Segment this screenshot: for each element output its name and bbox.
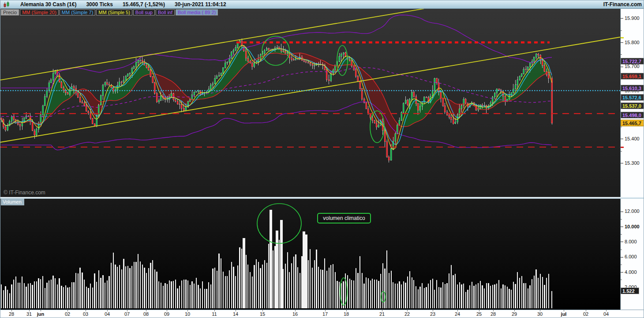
price-axis[interactable]: 15.90015.80015.70015.60015.50015.40015.3…: [620, 9, 644, 310]
volume-axis-minor-tick: [621, 234, 622, 235]
volume-axis-tick: [621, 257, 623, 257]
candle-wicks: [1, 38, 552, 163]
date-axis-label: 08: [143, 311, 149, 317]
volume-axis-minor-tick: [621, 219, 622, 220]
price-badge-mm-simple-20: 15.659,1: [621, 73, 644, 80]
date-axis-label: 30: [537, 311, 543, 317]
tab-volumen[interactable]: Volumen: [1, 199, 24, 205]
last-price-change: 15.465,7 (-1,52%): [123, 1, 165, 8]
volume-chart-panel[interactable]: [0, 199, 620, 310]
date-axis-label: 29: [512, 311, 517, 317]
volume-axis-tick: [621, 227, 623, 227]
date-axis-label: jun: [37, 311, 45, 317]
date-axis-label: 28: [490, 311, 496, 317]
price-badge-last: 15.465,7: [621, 120, 644, 126]
level-edge-tick: [621, 147, 624, 148]
date-axis-label: 03: [83, 311, 88, 317]
price-badge-mm-simple-7: 15.572,6: [621, 94, 644, 101]
watermark: © IT-Finance.com: [4, 189, 45, 196]
volume-axis-tick-label: 6.000: [625, 254, 637, 259]
price-axis-minor-tick: [621, 151, 622, 151]
price-axis-tick: [621, 18, 623, 19]
price-axis-minor-tick: [621, 127, 622, 127]
last-update-datetime: 30-jun-2021 11:04:12: [175, 1, 226, 8]
price-chart[interactable]: [0, 9, 620, 198]
date-axis-label: 02: [583, 311, 588, 317]
bollinger-layer: [1, 15, 552, 150]
price-axis-tick-label: 15.400: [625, 136, 640, 141]
date-axis-label: 04: [603, 311, 609, 317]
date-axis-label: 24: [455, 311, 460, 317]
ellipse-annotation[interactable]: [257, 204, 301, 243]
volume-axis-minor-tick: [621, 265, 622, 265]
indicator-legend-bar: PrecioMM (Simple 20)MM (Simple 7)MM (Sim…: [1, 9, 218, 15]
date-axis-label: 21: [379, 311, 385, 317]
date-axis-label: 09: [164, 311, 169, 317]
volume-axis-tick-label: 8.000: [625, 239, 637, 244]
date-axis-label: 17: [322, 311, 328, 317]
date-axis-label: 22: [404, 311, 410, 317]
mm7-line: [1, 47, 552, 145]
annotation-text: volumen climatico: [323, 215, 365, 221]
brand-link[interactable]: IT-Finance.com: [603, 1, 642, 8]
price-chart-panel[interactable]: [0, 9, 620, 198]
legend-item-mm-simple-20[interactable]: MM (Simple 20): [20, 9, 59, 15]
price-axis-tick-label: 15.300: [625, 160, 640, 166]
volume-bars-layer: [1, 210, 552, 308]
date-axis-label: 16: [292, 311, 298, 317]
volume-axis-tick: [621, 212, 623, 212]
ma-cloud-layer: [1, 45, 552, 150]
date-axis-label: 25: [476, 311, 482, 317]
date-axis-label: 15: [260, 311, 265, 317]
legend-item-boll-media-89-2[interactable]: Boll media ( 89 2): [176, 9, 218, 15]
level-edge-tick: [621, 37, 624, 38]
date-axis-label: 28: [9, 311, 14, 317]
date-axis-label: 10: [185, 311, 190, 317]
price-axis-tick: [621, 42, 623, 43]
volume-axis-tick-label: 10.000: [625, 224, 640, 229]
date-axis-label: 07: [124, 311, 130, 317]
date-axis-label: 02: [65, 311, 70, 317]
volume-axis-minor-tick: [621, 250, 622, 250]
volume-axis-tick-label: 4.000: [625, 269, 637, 275]
instrument-title: Alemania 30 Cash (1€): [20, 1, 76, 8]
price-badge-boll-media: 15.610,3: [621, 85, 644, 91]
price-axis-tick-label: 15.900: [625, 15, 640, 21]
app-window: Alemania 30 Cash (1€) 3000 Ticks 15.465,…: [0, 0, 644, 318]
date-axis-label: 23: [430, 311, 435, 317]
volume-chart[interactable]: [0, 199, 620, 310]
legend-item-mm-simple-5[interactable]: MM (Simple 5): [96, 9, 132, 15]
volume-axis-tick: [621, 242, 623, 242]
date-axis-label: 31: [26, 311, 32, 317]
price-axis-minor-tick: [621, 30, 622, 31]
channel-lower[interactable]: [0, 37, 620, 142]
legend-item-precio[interactable]: Precio: [1, 9, 19, 15]
legend-item-boll-inf[interactable]: Boll inf: [156, 9, 175, 15]
panel-separator[interactable]: [0, 197, 644, 199]
timeframe-label: 3000 Ticks: [86, 1, 113, 8]
boll-inf-line: [1, 102, 552, 150]
title-bar: Alemania 30 Cash (1€) 3000 Ticks 15.465,…: [0, 0, 644, 9]
date-axis-label: 04: [105, 311, 110, 317]
date-axis-label: 18: [344, 311, 349, 317]
legend-item-boll-sup[interactable]: Boll sup: [133, 9, 155, 15]
date-axis-label: jul: [561, 311, 567, 317]
volume-axis-minor-tick: [621, 280, 622, 280]
legend-item-mm-simple-7[interactable]: MM (Simple 7): [60, 9, 96, 15]
volume-axis-tick-label: 12.000: [625, 208, 640, 214]
volumen-climatico-annotation[interactable]: volumen climatico: [317, 213, 371, 223]
price-badge-mm-simple-5: 15.537,0: [621, 102, 644, 109]
price-axis-tick: [621, 67, 623, 67]
date-axis-label: 11: [212, 311, 217, 317]
date-axis-label: 14: [233, 311, 238, 317]
price-axis-tick: [621, 139, 623, 139]
price-badge-boll-inf: 15.498,0: [621, 112, 644, 118]
price-axis-tick: [621, 163, 623, 163]
volume-badge-last: 1.522: [621, 288, 639, 294]
date-axis[interactable]: 2831jun020304070809101114151617182122232…: [0, 310, 644, 318]
price-axis-tick-label: 15.700: [625, 64, 640, 69]
price-axis-tick-label: 15.800: [625, 40, 640, 45]
candlestick-icon: [3, 1, 10, 8]
price-badge-boll-sup: 15.722,7: [621, 58, 644, 64]
volume-axis-tick: [621, 272, 623, 273]
